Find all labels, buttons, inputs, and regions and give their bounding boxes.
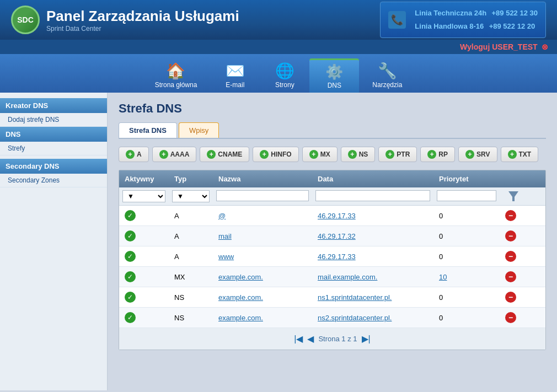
add-hinfo-button[interactable]: + HINFO bbox=[253, 147, 298, 162]
add-ptr-button[interactable]: + PTR bbox=[378, 147, 417, 162]
nav-home[interactable]: 🏠 Strona główna bbox=[142, 58, 211, 93]
cell-priority-2: 0 bbox=[433, 246, 500, 266]
phone-line2: Linia Handlowa 8-16 +89 522 12 20 bbox=[411, 20, 538, 33]
table-row: ✓ A @ 46.29.17.33 0 − bbox=[119, 206, 545, 226]
dns-table: Aktywny Typ Nazwa Data Priorytet ▼ ▼ bbox=[119, 170, 546, 350]
cell-remove-3[interactable]: − bbox=[500, 267, 527, 287]
remove-icon-2[interactable]: − bbox=[505, 251, 516, 262]
remove-icon-1[interactable]: − bbox=[505, 230, 516, 241]
cell-remove-5[interactable]: − bbox=[500, 308, 527, 327]
next-page-button[interactable]: ▶| bbox=[362, 334, 371, 344]
col-typ: Typ bbox=[169, 170, 213, 187]
cell-name-3: example.com. bbox=[213, 267, 312, 287]
filter-data-input[interactable] bbox=[315, 190, 430, 201]
plus-icon-ptr: + bbox=[385, 150, 394, 159]
remove-icon-3[interactable]: − bbox=[505, 271, 516, 282]
phone-icon: 📞 bbox=[388, 11, 406, 29]
cell-type-5: NS bbox=[169, 308, 213, 327]
add-a-button[interactable]: + A bbox=[119, 147, 149, 162]
sidebar-item-secondary-zones[interactable]: Secondary Zones bbox=[0, 174, 107, 187]
filter-nazwa[interactable] bbox=[213, 187, 312, 205]
add-rp-button[interactable]: + RP bbox=[420, 147, 455, 162]
sidebar-section-dns[interactable]: DNS bbox=[0, 127, 107, 142]
filter-aktywny[interactable]: ▼ bbox=[119, 187, 169, 205]
nav-strony[interactable]: 🌐 Strony bbox=[260, 58, 309, 93]
nav-email-label: E-mail bbox=[226, 81, 244, 89]
remove-icon-0[interactable]: − bbox=[505, 210, 516, 221]
check-icon-2: ✓ bbox=[125, 251, 136, 262]
tabs: Strefa DNS Wpisy bbox=[119, 122, 546, 139]
app-title: Panel Zarządzania Usługami bbox=[46, 8, 239, 25]
cell-remove-4[interactable]: − bbox=[500, 287, 527, 307]
cell-active-1: ✓ bbox=[119, 226, 169, 246]
filter-apply-cell[interactable] bbox=[500, 187, 527, 205]
remove-icon-5[interactable]: − bbox=[505, 312, 516, 323]
strony-icon: 🌐 bbox=[275, 62, 294, 80]
sidebar-item-dodaj[interactable]: Dodaj strefę DNS bbox=[0, 113, 107, 127]
filter-priorytet-input[interactable] bbox=[437, 190, 496, 201]
prev-page-button[interactable]: ◀ bbox=[307, 334, 314, 344]
plus-icon-srv: + bbox=[465, 150, 474, 159]
pagination-text: Strona 1 z 1 bbox=[318, 335, 357, 343]
cell-data-4: ns1.sprintdatacenter.pl. bbox=[312, 287, 433, 307]
table-row: ✓ A www 46.29.17.33 0 − bbox=[119, 246, 545, 267]
nav-strony-label: Strony bbox=[275, 81, 294, 89]
nav-dns[interactable]: ⚙️ DNS bbox=[309, 58, 359, 93]
check-icon-0: ✓ bbox=[125, 210, 136, 221]
cell-data-0: 46.29.17.33 bbox=[312, 206, 433, 225]
sidebar-section-secondary-dns[interactable]: Secondary DNS bbox=[0, 159, 107, 174]
filter-priorytet[interactable] bbox=[433, 187, 500, 205]
remove-icon-4[interactable]: − bbox=[505, 292, 516, 303]
col-priorytet: Priorytet bbox=[433, 170, 500, 187]
sidebar-item-strefy[interactable]: Strefy bbox=[0, 142, 107, 155]
tab-strefa-dns[interactable]: Strefa DNS bbox=[119, 122, 177, 138]
col-aktywny: Aktywny bbox=[119, 170, 169, 187]
cell-priority-4: 0 bbox=[433, 287, 500, 307]
cell-remove-2[interactable]: − bbox=[500, 246, 527, 266]
content-wrapper: Kreator DNS Dodaj strefę DNS DNS Strefy … bbox=[0, 93, 557, 390]
add-txt-button[interactable]: + TXT bbox=[501, 147, 539, 162]
cell-remove-1[interactable]: − bbox=[500, 226, 527, 246]
cell-type-2: A bbox=[169, 246, 213, 266]
logout-icon[interactable]: ⊗ bbox=[542, 42, 548, 51]
filter-typ-select[interactable]: ▼ bbox=[172, 190, 210, 202]
filter-data[interactable] bbox=[312, 187, 433, 205]
check-icon-1: ✓ bbox=[125, 230, 136, 241]
add-aaaa-button[interactable]: + AAAA bbox=[152, 147, 197, 162]
cell-active-3: ✓ bbox=[119, 267, 169, 287]
phone-line1: Linia Techniczna 24h +89 522 12 30 bbox=[411, 7, 538, 20]
tab-wpisy[interactable]: Wpisy bbox=[179, 122, 219, 138]
nav-narzedzia[interactable]: 🔧 Narzędzia bbox=[359, 58, 415, 93]
filter-apply-icon[interactable] bbox=[507, 190, 519, 202]
table-row: ✓ NS example.com. ns1.sprintdatacenter.p… bbox=[119, 287, 545, 308]
cell-type-4: NS bbox=[169, 287, 213, 307]
check-icon-3: ✓ bbox=[125, 271, 136, 282]
phone-info: 📞 Linia Techniczna 24h +89 522 12 30 Lin… bbox=[380, 2, 546, 37]
cell-name-4: example.com. bbox=[213, 287, 312, 307]
cell-active-4: ✓ bbox=[119, 287, 169, 307]
table-row: ✓ A mail 46.29.17.32 0 − bbox=[119, 226, 545, 246]
add-mx-button[interactable]: + MX bbox=[302, 147, 338, 162]
add-ns-button[interactable]: + NS bbox=[341, 147, 376, 162]
email-icon: ✉️ bbox=[226, 62, 245, 80]
phone-lines: Linia Techniczna 24h +89 522 12 30 Linia… bbox=[411, 7, 538, 33]
filter-nazwa-input[interactable] bbox=[216, 190, 309, 201]
top-bar: Wyloguj USER_TEST ⊗ bbox=[0, 40, 557, 54]
add-srv-button[interactable]: + SRV bbox=[458, 147, 497, 162]
svg-marker-0 bbox=[508, 191, 518, 201]
cell-priority-0: 0 bbox=[433, 206, 500, 225]
home-icon: 🏠 bbox=[166, 62, 185, 80]
filter-aktywny-select[interactable]: ▼ bbox=[122, 190, 165, 202]
cell-priority-5: 0 bbox=[433, 308, 500, 327]
cell-name-2: www bbox=[213, 246, 312, 266]
first-page-button[interactable]: |◀ bbox=[294, 334, 303, 344]
cell-priority-1: 0 bbox=[433, 226, 500, 246]
table-row: ✓ MX example.com. mail.example.com. 10 − bbox=[119, 267, 545, 287]
filter-typ[interactable]: ▼ bbox=[169, 187, 213, 205]
nav-email[interactable]: ✉️ E-mail bbox=[210, 58, 260, 93]
sidebar-section-kreator[interactable]: Kreator DNS bbox=[0, 98, 107, 113]
cell-type-3: MX bbox=[169, 267, 213, 287]
add-cname-button[interactable]: + CNAME bbox=[200, 147, 249, 162]
cell-remove-0[interactable]: − bbox=[500, 206, 527, 225]
cell-data-2: 46.29.17.33 bbox=[312, 246, 433, 266]
